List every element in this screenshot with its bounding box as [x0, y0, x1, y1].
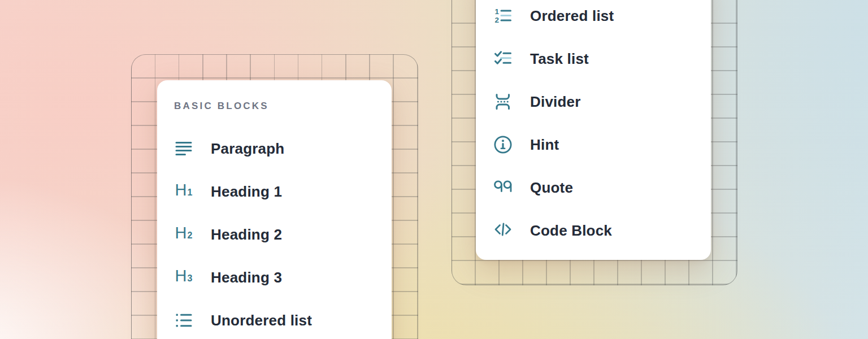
menu-item-label: Divider: [530, 93, 581, 111]
menu-item-ordered-list[interactable]: 1 2 Ordered list: [476, 0, 711, 37]
paragraph-icon: [174, 139, 193, 158]
svg-text:2: 2: [495, 16, 500, 24]
menu-item-unordered-list[interactable]: Unordered list: [157, 299, 392, 339]
menu-item-label: Task list: [530, 50, 589, 68]
divider-icon: [493, 92, 513, 111]
code-block-icon: [493, 221, 513, 240]
menu-item-label: Paragraph: [211, 140, 284, 158]
ordered-list-icon: 1 2: [493, 6, 513, 25]
menu-item-label: Quote: [530, 179, 573, 197]
menu-item-heading-2[interactable]: H2 Heading 2: [157, 213, 392, 256]
menu-item-label: Unordered list: [211, 312, 312, 329]
heading-3-icon: H3: [174, 268, 193, 287]
menu-item-quote[interactable]: Quote: [476, 166, 711, 209]
basic-blocks-menu: BASIC BLOCKS Paragraph H1 Heading 1 H2 H…: [157, 80, 392, 339]
menu-item-code-block[interactable]: Code Block: [476, 209, 711, 252]
hint-icon: [493, 135, 513, 154]
menu-item-task-list[interactable]: Task list: [476, 37, 711, 80]
unordered-list-icon: [174, 311, 193, 330]
blocks-menu-continued: 1 2 Ordered list Task list: [476, 0, 711, 260]
heading-1-icon: H1: [174, 182, 193, 201]
menu-item-label: Code Block: [530, 222, 612, 240]
menu-item-paragraph[interactable]: Paragraph: [157, 127, 392, 170]
menu-item-label: Ordered list: [530, 7, 614, 25]
section-label: BASIC BLOCKS: [174, 101, 392, 112]
menu-item-label: Hint: [530, 136, 559, 154]
svg-text:1: 1: [495, 7, 500, 16]
menu-item-label: Heading 2: [211, 226, 282, 244]
insert-block-menus-illustration: BASIC BLOCKS Paragraph H1 Heading 1 H2 H…: [0, 0, 868, 339]
task-list-icon: [493, 49, 513, 68]
menu-item-hint[interactable]: Hint: [476, 123, 711, 166]
menu-item-divider[interactable]: Divider: [476, 80, 711, 123]
menu-item-label: Heading 3: [211, 269, 282, 286]
heading-2-icon: H2: [174, 225, 193, 244]
quote-icon: [493, 178, 513, 197]
menu-item-heading-3[interactable]: H3 Heading 3: [157, 256, 392, 299]
menu-item-heading-1[interactable]: H1 Heading 1: [157, 170, 392, 213]
menu-item-label: Heading 1: [211, 183, 282, 201]
